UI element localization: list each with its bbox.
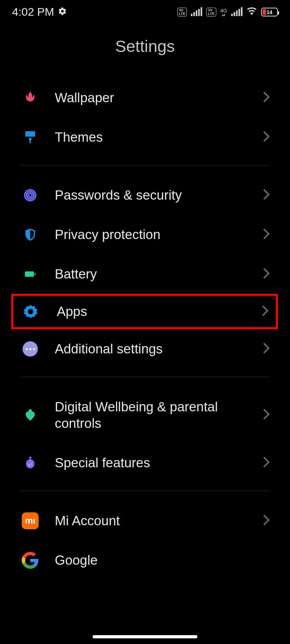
item-label: Additional settings — [55, 341, 263, 357]
chevron-right-icon — [263, 408, 270, 422]
settings-item-additional[interactable]: Additional settings — [0, 329, 290, 369]
tulip-icon — [22, 89, 39, 106]
divider — [20, 377, 270, 377]
chevron-right-icon — [263, 342, 270, 356]
svg-point-6 — [29, 464, 30, 466]
gear-icon — [22, 303, 39, 320]
flask-icon — [22, 454, 39, 471]
svg-point-7 — [31, 463, 32, 464]
wifi-icon — [246, 6, 257, 18]
clock-text: 4:02 PM — [12, 6, 54, 19]
item-label: Digital Wellbeing & parental controls — [55, 398, 263, 432]
item-label: Passwords & security — [55, 187, 263, 203]
battery-indicator: 14 — [261, 8, 278, 17]
battery-icon — [22, 266, 39, 283]
chevron-right-icon — [263, 188, 270, 202]
volte-icon: VoLTE — [206, 8, 216, 17]
heart-person-icon — [22, 407, 39, 423]
settings-item-special[interactable]: Special features — [0, 443, 290, 483]
mi-icon: mı — [22, 512, 39, 529]
signal-icon — [231, 8, 242, 16]
paintbrush-icon — [22, 129, 39, 146]
signal-icon — [191, 8, 202, 16]
status-right: VoLTE VoLTE 4G ▴▾ 14 — [177, 6, 278, 18]
gear-icon — [58, 6, 67, 19]
settings-group: mı Mi Account Google — [0, 501, 290, 569]
item-label: Wallpaper — [55, 89, 263, 106]
status-bar: 4:02 PM VoLTE VoLTE 4G ▴▾ 14 — [0, 0, 290, 24]
item-label: Special features — [55, 454, 263, 471]
page-title: Settings — [0, 37, 290, 56]
google-icon — [22, 552, 39, 569]
settings-item-privacy[interactable]: Privacy protection — [0, 215, 290, 254]
item-label: Battery — [55, 266, 263, 282]
item-label: Themes — [55, 129, 263, 145]
item-label: Privacy protection — [55, 226, 263, 243]
settings-item-passwords[interactable]: Passwords & security — [0, 175, 290, 215]
chevron-right-icon — [263, 91, 270, 105]
shield-icon — [22, 226, 39, 243]
nav-pill[interactable] — [93, 635, 197, 638]
chevron-right-icon — [261, 305, 269, 318]
item-label: Google — [55, 552, 270, 568]
chevron-right-icon — [263, 267, 270, 281]
signal-4g-icon: 4G ▴▾ — [220, 8, 227, 17]
chevron-right-icon — [263, 130, 270, 144]
svg-rect-4 — [35, 273, 36, 275]
svg-point-0 — [29, 194, 32, 197]
divider — [20, 165, 270, 165]
item-label: Apps — [57, 303, 261, 320]
chevron-right-icon — [263, 228, 270, 242]
chevron-right-icon — [263, 514, 270, 528]
settings-item-mi-account[interactable]: mı Mi Account — [0, 501, 290, 541]
divider — [20, 491, 270, 491]
settings-item-wellbeing[interactable]: Digital Wellbeing & parental controls — [0, 387, 290, 443]
status-left: 4:02 PM — [12, 6, 67, 19]
settings-item-themes[interactable]: Themes — [0, 118, 290, 157]
fingerprint-icon — [22, 187, 39, 204]
svg-rect-3 — [25, 271, 34, 277]
more-icon — [22, 341, 39, 357]
settings-item-battery[interactable]: Battery — [0, 254, 290, 294]
chevron-right-icon — [263, 456, 270, 470]
volte-icon: VoLTE — [177, 8, 187, 17]
settings-group: Passwords & security Privacy protection … — [0, 175, 290, 369]
settings-group: Digital Wellbeing & parental controls Sp… — [0, 387, 290, 483]
settings-group: Wallpaper Themes — [0, 78, 290, 157]
settings-item-apps[interactable]: Apps — [22, 303, 269, 320]
highlight-annotation: Apps — [11, 294, 278, 329]
settings-item-wallpaper[interactable]: Wallpaper — [0, 78, 290, 118]
item-label: Mi Account — [55, 512, 263, 529]
settings-item-google[interactable]: Google — [0, 541, 290, 569]
